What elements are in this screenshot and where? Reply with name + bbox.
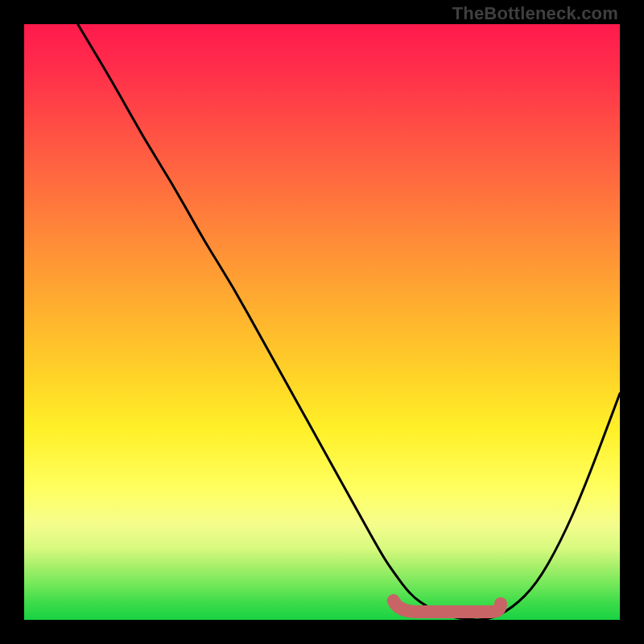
chart-frame: TheBottleneck.com — [0, 0, 644, 644]
plot-area — [24, 24, 620, 620]
curve-line — [78, 24, 620, 620]
optimal-range-marker — [394, 601, 501, 612]
bottleneck-curve — [24, 24, 620, 620]
watermark-text: TheBottleneck.com — [452, 3, 618, 24]
